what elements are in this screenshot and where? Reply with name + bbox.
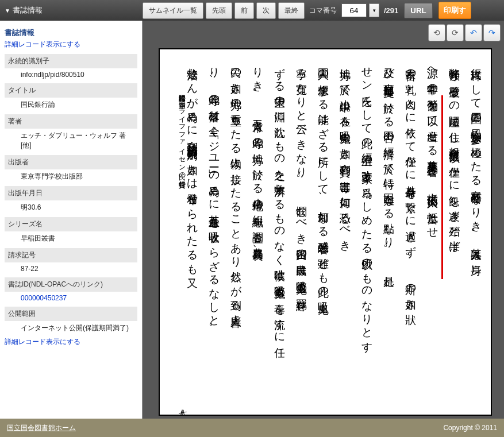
footer: 国立国会図書館ホーム Copyright © 2011 [0,419,504,437]
frame-dropdown-button[interactable]: ▾ [369,3,379,17]
field-value: 明30.6 [5,200,137,215]
red-highlight-annotation [441,95,443,279]
field-label: 請求記号 [5,248,137,262]
field-label: 公開範囲 [5,307,137,321]
detail-record-link-bottom[interactable]: 詳細レコード表示にする [5,337,137,347]
field-label: 著者 [5,114,137,129]
thumbnail-list-button[interactable]: サムネイル一覧 [143,2,203,19]
last-page-button[interactable]: 最終 [278,2,305,19]
frame-label: コマ番号 [307,6,339,16]
field-value: 87-22 [5,262,137,275]
header-bar: 書誌情報 サムネイル一覧 先頭 前 次 最終 コマ番号 ▾ /291 URL 印… [0,0,504,21]
running-header: 國民銀行論 第四章 ライフファイセン氏の貸付銀行 [177,90,187,176]
viewer-tools: ⟲ ⟳ ↶ ↷ [428,24,501,41]
field-value: インターネット公開(保護期間満了) [5,321,137,335]
field-value: 早稲田叢書 [5,231,137,246]
url-button[interactable]: URL [404,3,432,18]
field-value: info:ndljp/pid/800510 [5,68,137,81]
field-value: 東京専門学校出版部 [5,169,137,184]
frame-total: /291 [382,6,398,15]
first-page-button[interactable]: 先頭 [206,2,232,19]
detail-record-link-top[interactable]: 詳細レコード表示にする [5,40,137,49]
field-label: シリーズ名 [5,217,137,231]
panel-title-text: 書誌情報 [13,5,43,16]
field-value: 国民銀行論 [5,98,137,112]
sidebar: 書誌情報 詳細レコード表示にする 永続的識別子info:ndljp/pid/80… [0,21,143,419]
ndl-home-link[interactable]: 国立国会図書館ホーム [7,423,76,433]
print-button[interactable]: 印刷す [438,2,471,19]
field-label: 永続的識別子 [5,54,137,68]
field-value: エッチ・ダブリュー・ウォルフ 著[他] [5,129,137,153]
next-page-button[interactable]: 次 [256,2,276,19]
field-value[interactable]: 000000450237 [5,292,137,304]
field-label: 書誌ID(NDL-OPACへのリンク) [5,277,137,292]
field-label: タイトル [5,83,137,98]
rotate-right-icon[interactable]: ⟳ [447,24,464,41]
biblio-section-title: 書誌情報 [5,28,137,38]
field-label: 出版者 [5,155,137,169]
toolbar: サムネイル一覧 先頭 前 次 最終 コマ番号 ▾ /291 URL 印刷す [143,2,499,19]
scanned-page: 國民銀行論 第四章 ライフファイセン氏の貸付銀行 行人稀にして四圍の風物寂寥を極… [159,48,492,416]
rotate-left-icon[interactable]: ⟲ [428,24,445,41]
undo-icon[interactable]: ↶ [465,24,482,41]
main-area: 書誌情報 詳細レコード表示にする 永続的識別子info:ndljp/pid/80… [0,21,504,419]
field-label: 出版年月日 [5,186,137,200]
prev-page-button[interactable]: 前 [234,2,254,19]
frame-number-input[interactable] [341,3,367,17]
copyright-text: Copyright © 2011 [443,424,497,432]
panel-title[interactable]: 書誌情報 [5,5,143,16]
image-viewer[interactable]: ⟲ ⟳ ↶ ↷ 國民銀行論 第四章 ライフファイセン氏の貸付銀行 行人稀にして四… [143,21,504,419]
redo-icon[interactable]: ↷ [483,24,501,41]
